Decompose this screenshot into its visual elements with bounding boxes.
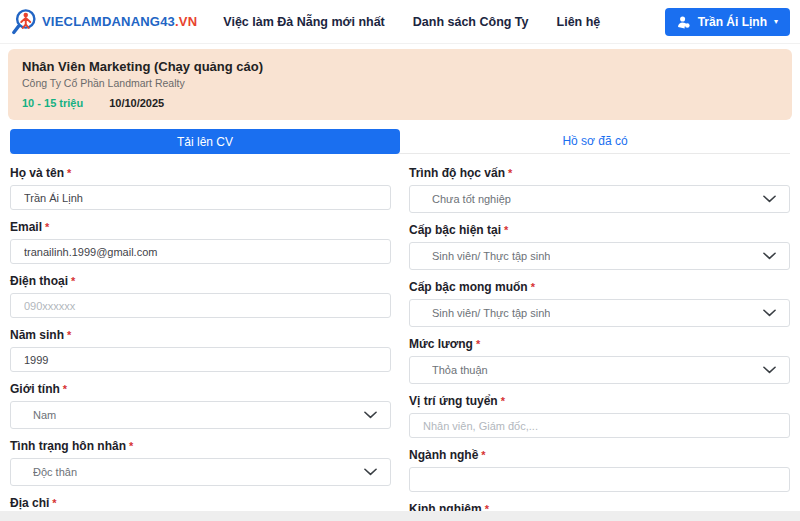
required-marker: * xyxy=(71,275,75,287)
chevron-down-icon xyxy=(755,195,776,203)
application-form: Họ và tên*Email*Điện thoại*Năm sinh*Giới… xyxy=(10,166,790,521)
required-marker: * xyxy=(501,395,505,407)
current-level-label: Cấp bậc hiện tại* xyxy=(409,223,790,237)
birth-year-label: Năm sinh* xyxy=(10,328,391,342)
required-marker: * xyxy=(476,338,480,350)
phone-label: Điện thoại* xyxy=(10,274,391,288)
gender-selected-value: Nam xyxy=(33,409,56,421)
field-label-text: Ngành nghề xyxy=(409,448,478,462)
gender-field-group: Giới tính*Nam xyxy=(10,382,391,429)
gender-label: Giới tính* xyxy=(10,382,391,396)
phone-input[interactable] xyxy=(10,293,391,318)
nav-item-0[interactable]: Việc làm Đà Nẵng mới nhất xyxy=(223,15,384,29)
salary-selected-value: Thỏa thuận xyxy=(432,364,488,376)
required-marker: * xyxy=(531,281,535,293)
posted-date: 10/10/2025 xyxy=(109,97,164,109)
desired-level-selected-value: Sinh viên/ Thực tập sinh xyxy=(432,307,550,319)
footer-strip xyxy=(0,511,800,521)
chevron-down-icon xyxy=(755,309,776,317)
tab-existing-profile[interactable]: Hồ sơ đã có xyxy=(400,129,790,153)
form-column-left: Họ và tên*Email*Điện thoại*Năm sinh*Giới… xyxy=(10,166,391,521)
company-name: Công Ty Cổ Phần Landmart Realty xyxy=(22,77,778,89)
education-level-label: Trình độ học vấn* xyxy=(409,166,790,180)
birth-year-field-group: Năm sinh* xyxy=(10,328,391,372)
marital-status-select[interactable]: Độc thân xyxy=(10,458,391,486)
salary-field-group: Mức lương*Thỏa thuận xyxy=(409,337,790,384)
required-marker: * xyxy=(481,449,485,461)
gender-select[interactable]: Nam xyxy=(10,401,391,429)
site-logo[interactable]: VIECLAMDANANG43.VN xyxy=(10,6,197,38)
field-label-text: Email xyxy=(10,220,42,234)
phone-field-group: Điện thoại* xyxy=(10,274,391,318)
required-marker: * xyxy=(129,440,133,452)
position-field-group: Vị trí ứng tuyển* xyxy=(409,394,790,438)
required-marker: * xyxy=(52,497,56,509)
desired-level-field-group: Cấp bậc mong muốn*Sinh viên/ Thực tập si… xyxy=(409,280,790,327)
field-label-text: Trình độ học vấn xyxy=(409,166,505,180)
salary-select[interactable]: Thỏa thuận xyxy=(409,356,790,384)
marital-status-label: Tình trạng hôn nhân* xyxy=(10,439,391,453)
current-level-field-group: Cấp bậc hiện tại*Sinh viên/ Thực tập sin… xyxy=(409,223,790,270)
field-label-text: Họ và tên xyxy=(10,166,64,180)
current-level-select[interactable]: Sinh viên/ Thực tập sinh xyxy=(409,242,790,270)
desired-level-select[interactable]: Sinh viên/ Thực tập sinh xyxy=(409,299,790,327)
form-column-right: Trình độ học vấn*Chưa tốt nghiệpCấp bậc … xyxy=(409,166,790,521)
industry-field-group: Ngành nghề* xyxy=(409,448,790,492)
current-level-selected-value: Sinh viên/ Thực tập sinh xyxy=(432,250,550,262)
education-level-selected-value: Chưa tốt nghiệp xyxy=(432,193,511,205)
chevron-down-icon xyxy=(356,468,377,476)
chevron-down-icon xyxy=(755,366,776,374)
marital-status-selected-value: Độc thân xyxy=(33,466,77,478)
field-label-text: Năm sinh xyxy=(10,328,64,342)
tab-upload-cv[interactable]: Tải lên CV xyxy=(10,129,400,154)
chevron-down-icon xyxy=(356,411,377,419)
required-marker: * xyxy=(508,167,512,179)
nav-item-1[interactable]: Danh sách Công Ty xyxy=(413,15,529,29)
birth-year-input[interactable] xyxy=(10,347,391,372)
email-label: Email* xyxy=(10,220,391,234)
user-account-button[interactable]: Trần Ái Lịnh ▾ xyxy=(665,8,790,36)
user-icon xyxy=(677,15,691,29)
top-navbar: VIECLAMDANANG43.VN Việc làm Đà Nẵng mới … xyxy=(0,0,800,44)
education-level-select[interactable]: Chưa tốt nghiệp xyxy=(409,185,790,213)
marital-status-field-group: Tình trạng hôn nhân*Độc thân xyxy=(10,439,391,486)
salary-range: 10 - 15 triệu xyxy=(22,97,83,109)
position-label: Vị trí ứng tuyển* xyxy=(409,394,790,408)
field-label-text: Điện thoại xyxy=(10,274,68,288)
logo-text-suffix: .VN xyxy=(175,14,197,29)
user-name-label: Trần Ái Lịnh xyxy=(698,15,767,29)
chevron-down-icon xyxy=(755,252,776,260)
full-name-input[interactable] xyxy=(10,185,391,210)
job-title: Nhân Viên Marketing (Chạy quảng cáo) xyxy=(22,59,778,74)
field-label-text: Cấp bậc hiện tại xyxy=(409,223,501,237)
nav-item-2[interactable]: Liên hệ xyxy=(557,15,601,29)
field-label-text: Tình trạng hôn nhân xyxy=(10,439,126,453)
required-marker: * xyxy=(67,329,71,341)
apply-tabs: Tải lên CV Hồ sơ đã có xyxy=(10,129,790,154)
position-input[interactable] xyxy=(409,413,790,438)
field-label-text: Giới tính xyxy=(10,382,60,396)
salary-label: Mức lương* xyxy=(409,337,790,351)
address-label: Địa chỉ* xyxy=(10,496,391,510)
required-marker: * xyxy=(67,167,71,179)
required-marker: * xyxy=(45,221,49,233)
field-label-text: Vị trí ứng tuyển xyxy=(409,394,498,408)
industry-input[interactable] xyxy=(409,467,790,492)
required-marker: * xyxy=(63,383,67,395)
full-name-field-group: Họ và tên* xyxy=(10,166,391,210)
email-input[interactable] xyxy=(10,239,391,264)
email-field-group: Email* xyxy=(10,220,391,264)
desired-level-label: Cấp bậc mong muốn* xyxy=(409,280,790,294)
logo-text-main: VIECLAMDANANG43 xyxy=(42,14,175,29)
job-summary-banner: Nhân Viên Marketing (Chạy quảng cáo) Côn… xyxy=(8,49,792,120)
field-label-text: Địa chỉ xyxy=(10,496,49,510)
magnifier-person-logo-icon xyxy=(10,6,40,38)
education-level-field-group: Trình độ học vấn*Chưa tốt nghiệp xyxy=(409,166,790,213)
industry-label: Ngành nghề* xyxy=(409,448,790,462)
nav-menu: Việc làm Đà Nẵng mới nhấtDanh sách Công … xyxy=(223,15,600,29)
required-marker: * xyxy=(504,224,508,236)
field-label-text: Cấp bậc mong muốn xyxy=(409,280,528,294)
caret-down-icon: ▾ xyxy=(774,18,778,26)
full-name-label: Họ và tên* xyxy=(10,166,391,180)
field-label-text: Mức lương xyxy=(409,337,473,351)
